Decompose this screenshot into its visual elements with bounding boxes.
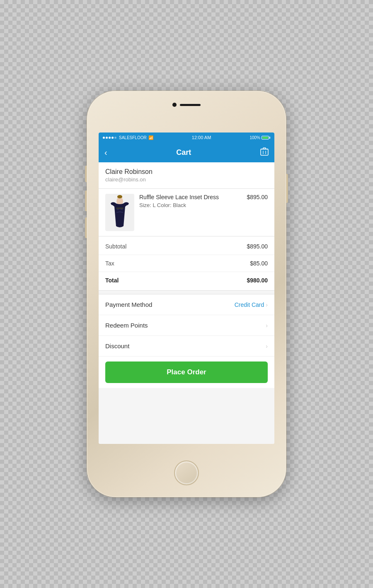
home-button[interactable] [174,460,199,485]
product-dress-svg [109,195,131,230]
page-title: Cart [176,148,191,157]
tax-row: Tax $85.00 [99,255,274,272]
status-time: 12:00 AM [192,135,211,140]
redeem-points-chevron-icon: › [266,322,268,329]
product-name-price-row: Ruffle Sleeve Lace Inset Dress $895.00 [139,194,268,200]
status-right: 100% [249,135,270,140]
subtotal-row: Subtotal $895.00 [99,238,274,255]
trash-icon [260,147,269,156]
tax-label: Tax [105,260,114,267]
svg-rect-0 [261,149,268,155]
payment-method-value: Credit Card [235,301,264,308]
signal-dot-5 [114,137,116,139]
total-row: Total $980.00 [99,272,274,289]
redeem-points-value-container: › [266,322,268,329]
scroll-content[interactable]: Claire Robinson claire@robins.on [99,162,274,444]
product-details: Ruffle Sleeve Lace Inset Dress $895.00 S… [139,194,268,208]
product-price: $895.00 [247,194,268,200]
back-button[interactable]: ‹ [104,148,107,157]
front-camera [172,103,177,107]
battery-percent-label: 100% [249,135,260,140]
discount-chevron-icon: › [266,343,268,349]
redeem-points-label: Redeem Points [105,322,148,329]
redeem-points-row[interactable]: Redeem Points › [99,315,274,336]
place-order-button[interactable]: Place Order [105,361,268,383]
wifi-icon: 📶 [148,135,153,140]
customer-name: Claire Robinson [105,168,268,176]
battery-icon [262,136,270,140]
subtotal-value: $895.00 [247,243,268,250]
product-section: Ruffle Sleeve Lace Inset Dress $895.00 S… [99,189,274,236]
payment-method-row[interactable]: Payment Method Credit Card › [99,294,274,315]
nav-bar: ‹ Cart [99,142,274,162]
svg-point-9 [117,195,122,198]
subtotal-label: Subtotal [105,243,126,250]
options-section: Payment Method Credit Card › Redeem Poin… [99,294,274,357]
payment-method-label: Payment Method [105,301,152,308]
battery-fill [262,137,268,139]
phone-screen: SALESFLOOR 📶 12:00 AM 100% ‹ C [99,133,274,444]
signal-dot-1 [103,137,105,139]
battery-tip [269,137,270,139]
customer-section: Claire Robinson claire@robins.on [99,162,274,189]
place-order-section: Place Order [99,357,274,388]
status-left: SALESFLOOR 📶 [103,135,153,140]
earpiece-speaker [180,104,201,106]
trash-button[interactable] [260,147,269,158]
signal-dot-4 [111,137,114,139]
product-name: Ruffle Sleeve Lace Inset Dress [139,194,243,200]
svg-rect-10 [116,207,124,209]
payment-chevron-icon: › [266,301,268,308]
product-variant: Size: L Color: Black [139,202,268,208]
pricing-section: Subtotal $895.00 Tax $85.00 Total $980.0… [99,236,274,291]
customer-email: claire@robins.on [105,176,268,183]
total-label: Total [105,277,119,284]
signal-dot-3 [109,137,111,139]
discount-row[interactable]: Discount › [99,336,274,357]
product-image [105,194,134,231]
discount-value-container: › [266,343,268,349]
total-value: $980.00 [247,277,268,284]
carrier-label: SALESFLOOR [119,135,147,140]
tax-value: $85.00 [250,260,268,267]
discount-label: Discount [105,342,129,349]
status-bar: SALESFLOOR 📶 12:00 AM 100% [99,133,274,142]
signal-dot-2 [106,137,108,139]
payment-method-value-container: Credit Card › [235,301,268,308]
battery-body [262,136,269,140]
